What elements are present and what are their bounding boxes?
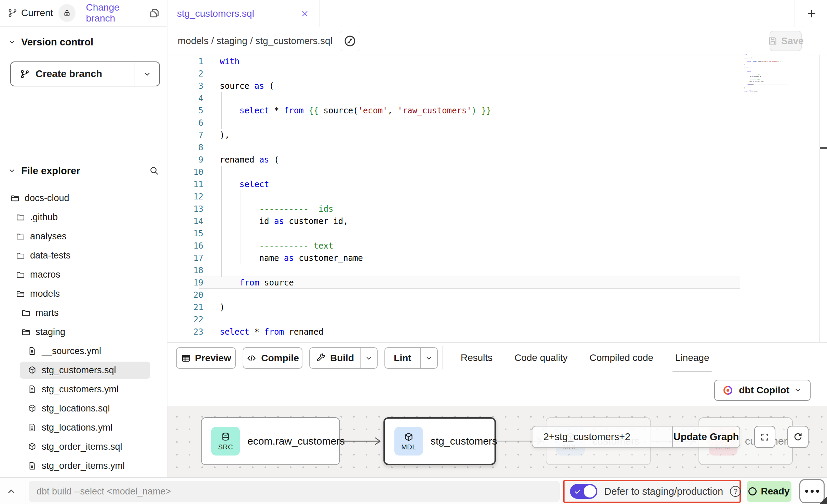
save-label: Save: [781, 36, 803, 46]
folder-icon: [16, 251, 25, 260]
lint-button[interactable]: Lint: [385, 348, 420, 368]
scrollbar-thumb[interactable]: [820, 147, 827, 149]
statusbar-divider: [26, 478, 26, 504]
preview-label: Preview: [195, 353, 231, 364]
search-icon[interactable]: [149, 166, 159, 176]
line-number: 21: [167, 301, 203, 313]
dbt-copilot-logo-icon: [722, 384, 734, 396]
help-icon[interactable]: ?: [730, 486, 741, 497]
tab-results[interactable]: Results: [461, 343, 492, 373]
tree-item-label: stg_locations.sql: [42, 403, 110, 414]
tab-code-quality[interactable]: Code quality: [514, 343, 568, 373]
tree-item-models[interactable]: models: [0, 284, 167, 303]
code-text: id as customer_id,: [744, 75, 762, 77]
tree-item-label: __sources.yml: [42, 346, 101, 356]
refresh-button[interactable]: [787, 426, 809, 448]
update-graph-button[interactable]: Update Graph: [673, 426, 740, 447]
code-line-21: 21): [167, 301, 819, 313]
new-tab-button[interactable]: [804, 6, 819, 22]
build-split-button[interactable]: Build: [309, 347, 378, 369]
line-number: 6: [167, 117, 203, 129]
gauge-icon[interactable]: [340, 31, 360, 51]
code-editor[interactable]: 1with23source as (45 select * from {{ so…: [167, 55, 819, 342]
lineage-canvas[interactable]: MDL customers SEM customers SRC: [167, 406, 827, 477]
tree-item-docs-cloud[interactable]: docs-cloud: [0, 188, 167, 208]
lint-split-button[interactable]: Lint: [384, 347, 438, 369]
line-number: 9: [167, 154, 203, 166]
tree-item-marts[interactable]: marts: [0, 303, 167, 322]
code-line-5: 5 select * from {{ source('ecom', 'raw_c…: [167, 104, 819, 117]
code-line-13: 13 ---------- ids: [167, 203, 819, 215]
tree-item-.github[interactable]: .github: [0, 208, 167, 227]
chevron-up-icon[interactable]: [6, 486, 16, 496]
code-text: renamed as (: [220, 154, 279, 166]
dbt-copilot-button[interactable]: dbt Copilot: [714, 380, 811, 401]
tree-item-stg_customers.yml[interactable]: stg_customers.yml: [0, 380, 167, 399]
file-explorer-header[interactable]: File explorer: [0, 161, 167, 180]
status-badge[interactable]: Ready: [747, 481, 791, 502]
code-text: name as customer_name: [220, 252, 363, 264]
copy-icon[interactable]: [149, 8, 160, 18]
version-control-header[interactable]: Version control: [0, 32, 167, 52]
defer-toggle[interactable]: [570, 484, 597, 499]
code-text: ---------- text: [220, 240, 333, 252]
code-text: select: [220, 178, 269, 191]
tree-item-analyses[interactable]: analyses: [0, 227, 167, 246]
chevron-down-icon: [8, 38, 16, 46]
tree-item-label: models: [30, 289, 60, 299]
tree-item-stg_locations.yml[interactable]: stg_locations.yml: [0, 418, 167, 437]
line-number: 22: [167, 313, 203, 326]
wrench-icon: [316, 353, 326, 363]
src-badge: SRC: [211, 427, 240, 456]
tree-item-label: macros: [30, 269, 60, 280]
lint-caret[interactable]: [421, 348, 437, 368]
tab-lineage[interactable]: Lineage: [675, 343, 709, 373]
tree-item-label: stg_order_items.sql: [42, 442, 122, 452]
preview-button[interactable]: Preview: [176, 347, 236, 369]
line-number: 5: [167, 104, 203, 117]
code-text: select * from renamed: [744, 90, 758, 92]
code-line-12: 12: [167, 191, 819, 203]
node-title: stg_customers: [431, 435, 497, 447]
tree-item-macros[interactable]: macros: [0, 265, 167, 284]
fullscreen-button[interactable]: [754, 426, 775, 448]
code-text: ---------- ids: [220, 203, 333, 215]
tree-item-stg_locations.sql[interactable]: stg_locations.sql: [0, 399, 167, 418]
code-line-7: 7),: [167, 129, 819, 141]
change-branch-link[interactable]: Change branch: [86, 2, 149, 24]
file-icon: [27, 461, 37, 471]
tree-item-stg_order_items.yml[interactable]: stg_order_items.yml: [0, 456, 167, 475]
build-caret[interactable]: [361, 348, 377, 368]
line-number: 11: [167, 178, 203, 191]
lineage-node-raw-customers[interactable]: SRC ecom.raw_customers: [201, 417, 340, 465]
line-number: 19: [167, 277, 203, 289]
tree-item-stg_order_items.sql[interactable]: stg_order_items.sql: [0, 437, 167, 456]
resize-grip[interactable]: [819, 496, 827, 504]
editor-scrollbar[interactable]: [819, 55, 820, 342]
create-branch-main[interactable]: Create branch: [11, 62, 135, 86]
close-icon[interactable]: [300, 9, 309, 18]
tree-item-stg_customers.sql[interactable]: stg_customers.sql: [0, 361, 167, 380]
save-button[interactable]: Save: [770, 31, 802, 51]
minimap[interactable]: withsource as ( select * from {{ source(…: [744, 54, 789, 98]
node-title: ecom.raw_customers: [247, 435, 345, 447]
tab-stg-customers[interactable]: stg_customers.sql: [167, 0, 320, 27]
lineage-node-stg-customers[interactable]: MDL stg_customers: [383, 417, 496, 465]
chevron-down-icon: [8, 167, 16, 174]
toggle-knob: [584, 485, 596, 498]
build-button[interactable]: Build: [310, 348, 360, 368]
tree-item-__sources.yml[interactable]: __sources.yml: [0, 341, 167, 361]
code-line-19: 19 from source: [167, 277, 819, 289]
tree-item-label: .github: [30, 212, 58, 223]
code-text: with: [220, 55, 240, 68]
file-icon: [27, 346, 37, 356]
tab-compiled-code[interactable]: Compiled code: [589, 343, 653, 373]
lineage-selector-input[interactable]: [532, 426, 672, 447]
tree-item-label: marts: [36, 308, 59, 318]
tree-item-staging[interactable]: staging: [0, 322, 167, 341]
tree-item-data-tests[interactable]: data-tests: [0, 246, 167, 265]
command-input[interactable]: [29, 481, 560, 502]
create-branch-button[interactable]: Create branch: [10, 61, 160, 86]
create-branch-caret[interactable]: [135, 62, 159, 86]
compile-button[interactable]: Compile: [243, 347, 302, 369]
